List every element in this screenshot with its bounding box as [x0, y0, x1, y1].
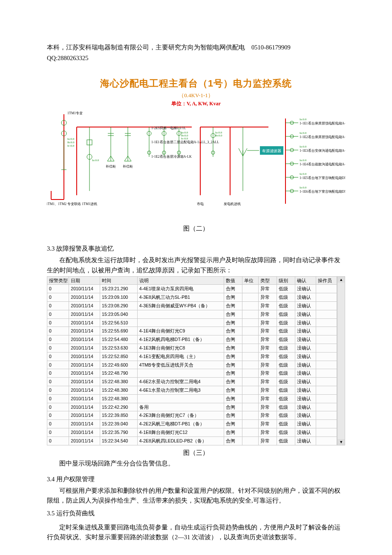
table-row: 02010/11/1415:22:39.0404-2E2风帆三电梯DT-PB1（… [47, 420, 337, 428]
table-row: 02010/11/1415:22:48.790合闸异常低级没确认 [47, 369, 337, 378]
svg-text:1-1E6看台地下室音响配电箱DM-PB2（主）: 1-1E6看台地下室音响配电箱DM-PB2（主） [300, 190, 345, 194]
table-row: 02010/11/1415:23:21.2904-4E1喷泉动力泵房四用电合闸异… [47, 285, 337, 293]
svg-text:Ia:0.0: Ia:0.0 [300, 186, 307, 189]
svg-text:Ia:0.0: Ia:0.0 [300, 159, 307, 162]
table-row: 02010/11/1415:23:09.1004-3E8风帆三动力SL-PB1合… [47, 293, 337, 302]
svg-text:1-1E1看台座席层强电配电箱A-XD1（主）: 1-1E1看台座席层强电配电箱A-XD1（主） [300, 121, 345, 125]
figure-2-diagram: 海心沙配电工程主看台（1号）电力监控系统 （0.4KV-1-1） 单位：V, A… [47, 76, 345, 215]
table-row: 02010/11/1415:22:56.510合闸异常低级没确认 [47, 318, 337, 327]
table-row: 02010/11/1415:22:49.6004TMB专变低压进线开关合合闸异常… [47, 361, 337, 369]
svg-text:Ic:0.0: Ic:0.0 [181, 137, 188, 140]
svg-text:Ia:0.0: Ia:0.0 [300, 145, 307, 148]
section-3-3-head: 3.3 故障报警及事故追忆 [47, 244, 345, 254]
svg-text:1-1E5看台地下室音响配电箱DM-PB1（主）: 1-1E5看台地下室音响配电箱DM-PB1（主） [300, 176, 345, 180]
section-3-5-para: 定时采集进线及重要回路电流负荷参量，自动生成运行负荷趋势曲线的，方便用户及时了解… [47, 523, 345, 542]
table-row: 02010/11/1415:22:39.8504-2E3舞台南侧灯光C7（备）合… [47, 411, 337, 420]
figure-3-alarm-table: 报警类型日期时间说明数值单位类型级别确认操作员 02010/11/1415:23… [47, 276, 345, 445]
header-author-line: 本科，江苏安科瑞电器制造有限公司，主要研究方向为智能电网供配电 0510-861… [47, 43, 345, 52]
scroll-up-arrow[interactable]: ▲ [337, 277, 345, 283]
svg-text:1-1E2看台座席层强电配电箱A-XD2（主）: 1-1E2看台座席层强电配电箱A-XD2（主） [300, 135, 345, 139]
svg-text:发电机进线: 发电机进线 [224, 202, 241, 206]
alarm-col-header: 类型 [259, 276, 277, 285]
table-row: 02010/11/1415:22:48.3804-6E2水景动力控制室二用电4合… [47, 378, 337, 386]
svg-text:1TM1专变: 1TM1专变 [67, 111, 83, 115]
table-row: 02010/11/1415:22:48.3804-6E1水景动力控制室二用电3合… [47, 386, 337, 395]
table-row: 02010/11/1415:22:42.290备用合闸异常低级没确认 [47, 403, 337, 411]
alarm-col-header: 报警类型 [47, 276, 69, 285]
svg-text:有源滤波器: 有源滤波器 [262, 149, 281, 153]
table-row: 02010/11/1415:22:55.6904-1E4舞台南侧灯光C9合闸异常… [47, 327, 337, 335]
alarm-table: 报警类型日期时间说明数值单位类型级别确认操作员 02010/11/1415:23… [47, 276, 337, 445]
alarm-col-header: 级别 [277, 276, 295, 285]
diagram-unit-label: 单位：V, A, KW, Kvar [47, 100, 345, 108]
diagram-subtitle: （0.4KV-1-1） [47, 91, 345, 100]
table-row: 02010/11/1415:22:54.4804-1E2风帆四电梯DT-PB1（… [47, 335, 337, 344]
alarm-col-header: 确认 [295, 276, 316, 285]
section-3-4-para: 可根据用户要求添加和删除软件的用户数量和设置用户的权限。针对不同级别的用户，设置… [47, 486, 345, 506]
table-row: 02010/11/1415:23:05.040合闸异常低级没确认 [47, 310, 337, 318]
svg-text:Ia:0.0: Ia:0.0 [67, 137, 75, 141]
diagram-title: 海心沙配电工程主看台（1号）电力监控系统 [47, 76, 345, 91]
alarm-col-header: 单位 [242, 276, 259, 285]
svg-text:Ib:0.0: Ib:0.0 [67, 141, 75, 144]
alarm-col-header: 操作员 [316, 276, 337, 285]
svg-text:1-1E2看台首层冷源箱A-LK: 1-1E2看台首层冷源箱A-LK [151, 155, 192, 159]
svg-text:1-2E5回廊一电梯1-1/1L: 1-2E5回廊一电梯1-1/1L [151, 126, 186, 130]
figure-3-caption: 图（三） [47, 448, 345, 458]
section-3-4-head: 3.4 用户权限管理 [47, 474, 345, 484]
figure-2-caption: 图（二） [47, 224, 345, 234]
table-row: 02010/11/1415:22:52.8504-1E1变配电房四用电（主）合闸… [47, 352, 337, 361]
svg-text:补偿柜: 补偿柜 [123, 165, 133, 168]
table-row: 02010/11/1415:22:34.5404-2E8风帆四LEDLED-PB… [47, 436, 337, 445]
svg-text:1-1E4看台疏散沟通电配电箱A-1YD2（主）: 1-1E4看台疏散沟通电配电箱A-1YD2（主） [300, 162, 345, 166]
table-row: 02010/11/1415:22:35.7904-1E8舞台南侧灯光C12合闸异… [47, 428, 337, 437]
alarm-col-header: 数值 [224, 276, 242, 285]
section-3-5-head: 3.5 运行负荷曲线 [47, 509, 345, 518]
alarm-col-header: 时间 [100, 276, 138, 285]
figure-3-followup: 图中显示现场回路产生分合位告警信息。 [47, 459, 345, 468]
section-3-3-para: 在配电系统发生运行故障时，会及时发出声光报警提示用户及时响应故障回路，同时自动记… [47, 255, 345, 275]
table-row: 02010/11/1415:22:48.380合闸异常低级没确认 [47, 394, 337, 403]
svg-text:1TM1进线: 1TM1进线 [82, 202, 97, 206]
scroll-down-arrow[interactable]: ▼ [337, 439, 345, 445]
table-row: 02010/11/1415:22:53.6304-1E3舞台南侧灯光C8合闸异常… [47, 344, 337, 353]
svg-text:Ia:0.0: Ia:0.0 [300, 172, 307, 176]
svg-text:Ic:0.0: Ic:0.0 [67, 144, 75, 147]
alarm-col-header: 日期 [69, 276, 100, 285]
label-tm1tm2: 1TM1、1TM2 专变联络 [47, 202, 81, 206]
table-row: 02010/11/1415:23:08.2904-3E5舞台南侧威亚WY-PB4… [47, 302, 337, 310]
svg-text:Ia:0.0: Ia:0.0 [300, 131, 307, 135]
header-qq-line: QQ:2880263325 [47, 53, 345, 63]
svg-text:市电: 市电 [197, 202, 204, 206]
single-line-diagram-svg: 1TM1专变 Ia:0.0 Ib:0.0 Ic:0.0 Ia:0.0 [47, 110, 345, 212]
table-scrollbar[interactable]: ▲ ▼ [337, 276, 345, 445]
svg-text:补偿柜: 补偿柜 [106, 165, 116, 168]
svg-text:1-1E1看台首层二层总配电箱A-1ALL_3_2ALL: 1-1E1看台首层二层总配电箱A-1ALL_3_2ALL [151, 140, 219, 144]
alarm-col-header: 说明 [137, 276, 224, 285]
svg-text:Ia:0.0: Ia:0.0 [92, 159, 99, 162]
svg-text:Ib:0.0: Ib:0.0 [215, 134, 222, 137]
svg-text:Ia:0.0: Ia:0.0 [300, 118, 307, 121]
svg-text:1-1E3看台安保沟通电配电箱A-1YD（主）: 1-1E3看台安保沟通电配电箱A-1YD（主） [300, 149, 345, 153]
